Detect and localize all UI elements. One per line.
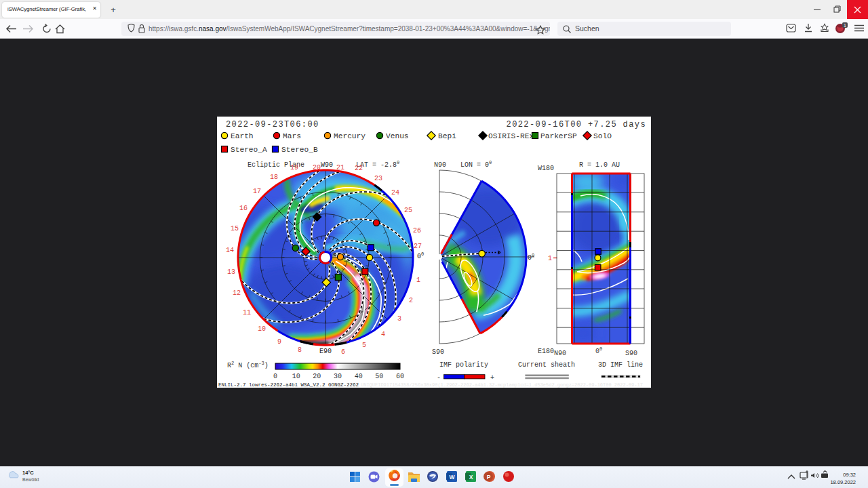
svg-text:3D IMF line: 3D IMF line xyxy=(598,361,643,369)
svg-text:N90: N90 xyxy=(434,161,446,169)
svg-text:60: 60 xyxy=(396,373,404,380)
svg-text:40: 40 xyxy=(355,373,363,380)
svg-text:E180: E180 xyxy=(538,348,554,355)
svg-text:3: 3 xyxy=(397,315,401,323)
svg-text:10: 10 xyxy=(258,325,266,333)
svg-text:2022-09-16T00 +7.25 days: 2022-09-16T00 +7.25 days xyxy=(507,120,646,129)
svg-text:Stereo_A: Stereo_A xyxy=(231,146,267,154)
svg-text:SolO: SolO xyxy=(593,132,612,140)
svg-text:W: W xyxy=(449,474,455,481)
svg-text:20: 20 xyxy=(313,164,321,171)
svg-text:E90: E90 xyxy=(319,348,332,355)
svg-text:2022-09-23T06:00: 2022-09-23T06:00 xyxy=(226,120,319,129)
svg-text:10: 10 xyxy=(292,373,300,380)
svg-text:0: 0 xyxy=(273,373,277,380)
svg-text:ENLIL-2.7 lowres-2262-a4b1 WSA: ENLIL-2.7 lowres-2262-a4b1 WSA_V2.2 GONG… xyxy=(218,382,359,388)
svg-text:Bepi: Bepi xyxy=(438,132,456,140)
svg-text:S90: S90 xyxy=(625,350,637,357)
svg-text:13: 13 xyxy=(227,268,235,276)
svg-text:W180: W180 xyxy=(538,165,554,172)
svg-text:+: + xyxy=(490,374,494,382)
svg-text:24: 24 xyxy=(391,189,399,197)
svg-text:Mars: Mars xyxy=(283,132,301,140)
svg-text:20: 20 xyxy=(313,373,321,380)
svg-text:W90: W90 xyxy=(321,161,333,169)
svg-text:X: X xyxy=(469,474,473,481)
svg-text:IMF polarity: IMF polarity xyxy=(439,361,488,369)
svg-text:UNIQUEID917154358/256x30x90(1.: UNIQUEID917154358/256x30x90(1.2962-2262-… xyxy=(361,382,643,388)
svg-text:LON = 00: LON = 00 xyxy=(460,160,492,169)
svg-text:https://iswa.gsfc.nasa.gov/Isw: https://iswa.gsfc.nasa.gov/IswaSystemWeb… xyxy=(149,25,550,33)
svg-text:Current sheath: Current sheath xyxy=(518,361,575,369)
svg-text:18: 18 xyxy=(270,174,278,181)
svg-text:Bewölkt: Bewölkt xyxy=(22,477,39,482)
svg-text:Suchen: Suchen xyxy=(575,24,599,33)
svg-text:Earth: Earth xyxy=(231,132,254,140)
svg-text:50: 50 xyxy=(375,373,383,380)
svg-text:8: 8 xyxy=(298,346,302,354)
svg-text:27: 27 xyxy=(414,243,422,250)
svg-text:26: 26 xyxy=(413,227,421,235)
svg-text:16: 16 xyxy=(239,205,248,212)
svg-text:-: - xyxy=(437,374,441,382)
svg-text:Venus: Venus xyxy=(386,132,409,140)
svg-text:11: 11 xyxy=(243,309,251,317)
svg-text:19: 19 xyxy=(290,164,298,171)
svg-text:Mercury: Mercury xyxy=(334,132,366,140)
svg-text:12: 12 xyxy=(233,289,241,297)
svg-text:30: 30 xyxy=(334,373,342,380)
svg-text:4: 4 xyxy=(381,331,385,338)
svg-text:N90: N90 xyxy=(554,350,566,357)
svg-text:14: 14 xyxy=(226,247,234,254)
svg-text:09:32: 09:32 xyxy=(843,472,856,478)
svg-text:15: 15 xyxy=(231,225,239,232)
svg-text:6: 6 xyxy=(341,348,345,356)
svg-text:S90: S90 xyxy=(432,348,444,356)
svg-text:17: 17 xyxy=(253,188,261,195)
svg-text:R = 1.0 AU: R = 1.0 AU xyxy=(579,161,620,169)
svg-text:1: 1 xyxy=(548,255,552,262)
svg-text:OSIRIS-REx: OSIRIS-REx xyxy=(488,132,534,140)
svg-text:25: 25 xyxy=(404,207,412,214)
svg-text:ParkerSP: ParkerSP xyxy=(540,132,577,140)
svg-text:21: 21 xyxy=(336,164,344,171)
svg-text:18.09.2022: 18.09.2022 xyxy=(830,479,856,485)
svg-text:5: 5 xyxy=(362,342,366,349)
svg-text:23: 23 xyxy=(374,175,382,182)
svg-text:1: 1 xyxy=(416,277,420,284)
svg-text:14°C: 14°C xyxy=(22,470,34,476)
svg-text:2: 2 xyxy=(409,297,413,304)
svg-text:1: 1 xyxy=(844,23,846,28)
svg-text:22: 22 xyxy=(355,165,363,172)
svg-text:Stereo_B: Stereo_B xyxy=(281,146,318,154)
svg-text:P: P xyxy=(487,474,491,481)
svg-text:9: 9 xyxy=(277,338,281,346)
